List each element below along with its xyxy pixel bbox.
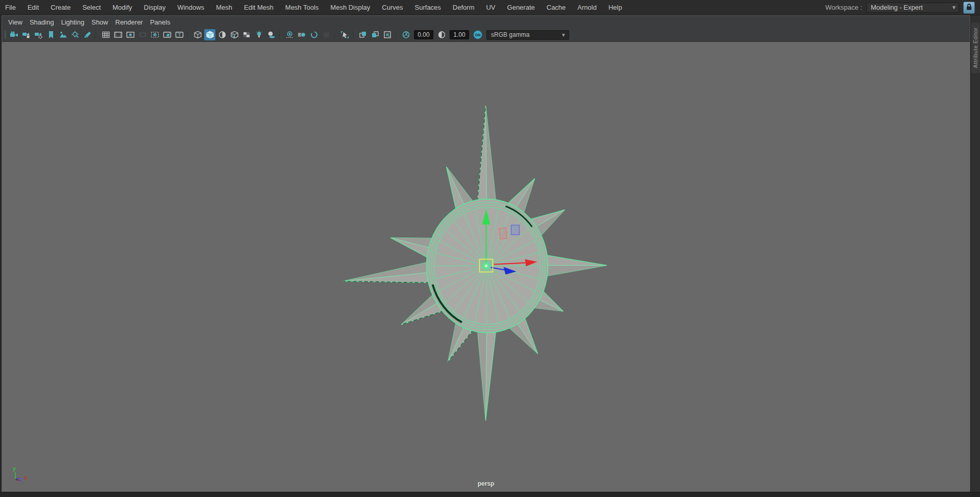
view-transform-toggle[interactable]: ON xyxy=(473,30,482,39)
toolbar-icon-groups: T xyxy=(8,29,394,40)
menu-surfaces[interactable]: Surfaces xyxy=(415,4,441,11)
toolbar-grip[interactable] xyxy=(5,30,6,39)
manip-center-glow xyxy=(482,262,491,271)
attribute-editor-tab[interactable]: Attribute Editor xyxy=(971,22,979,73)
tear-off-copy-icon[interactable] xyxy=(370,29,381,40)
menu-edit[interactable]: Edit xyxy=(28,4,39,11)
menu-deform[interactable]: Deform xyxy=(453,4,475,11)
menu-cache[interactable]: Cache xyxy=(547,4,566,11)
toolbar-separator xyxy=(353,30,354,39)
field-chart-icon[interactable] xyxy=(149,29,160,40)
film-gate-icon[interactable] xyxy=(112,29,124,40)
grease-pencil-icon[interactable] xyxy=(82,29,93,40)
panel-menu-view[interactable]: View xyxy=(8,18,22,26)
workspace-label: Workspace : xyxy=(825,4,862,11)
toolbar-separator xyxy=(335,30,336,39)
gamma-icon[interactable] xyxy=(436,29,447,40)
image-plane-icon[interactable] xyxy=(57,29,68,40)
menu-arnold[interactable]: Arnold xyxy=(577,4,597,11)
panel-menu-renderer[interactable]: Renderer xyxy=(115,18,143,26)
grid-icon[interactable] xyxy=(100,29,111,40)
main-area: ViewShadingLightingShowRendererPanels T … xyxy=(0,15,980,492)
chevron-down-icon: ▼ xyxy=(561,32,566,38)
menu-modify[interactable]: Modify xyxy=(113,4,132,11)
manip-plane-xz-handle[interactable] xyxy=(499,228,507,239)
wireframe-icon[interactable] xyxy=(192,29,203,40)
view-axis-gizmo: y z x xyxy=(13,465,28,482)
scene-svg: y z x xyxy=(2,42,970,491)
menu-file[interactable]: File xyxy=(5,4,16,11)
camera-name-label: persp xyxy=(478,480,495,487)
main-menus: FileEditCreateSelectModifyDisplayWindows… xyxy=(5,4,622,11)
panel-menu-show[interactable]: Show xyxy=(91,18,108,26)
lock-camera-icon[interactable] xyxy=(20,29,32,40)
bookmarks-icon[interactable] xyxy=(45,29,56,40)
camera-attributes-icon[interactable] xyxy=(33,29,44,40)
menu-display[interactable]: Display xyxy=(144,4,166,11)
resolution-gate-icon[interactable] xyxy=(125,29,136,40)
safe-title-icon[interactable]: T xyxy=(174,29,185,40)
bottom-strip xyxy=(0,492,980,497)
menu-edit-mesh[interactable]: Edit Mesh xyxy=(244,4,274,11)
toolbar-separator xyxy=(280,30,281,39)
menu-select[interactable]: Select xyxy=(82,4,101,11)
isolate-select-icon[interactable] xyxy=(339,29,350,40)
shade-selected-items-icon[interactable] xyxy=(216,29,228,40)
menu-create[interactable]: Create xyxy=(51,4,70,11)
toolbar-separator xyxy=(396,30,397,39)
workspace-value: Modeling - Expert xyxy=(871,4,951,11)
gate-mask-icon[interactable] xyxy=(137,29,148,40)
star-mesh[interactable] xyxy=(344,106,607,420)
view-transform-dropdown[interactable]: sRGB gamma ▼ xyxy=(486,30,569,40)
smooth-shade-all-icon[interactable] xyxy=(204,29,215,40)
textured-icon[interactable] xyxy=(229,29,240,40)
axis-z-label: z xyxy=(19,476,22,482)
menu-generate[interactable]: Generate xyxy=(507,4,535,11)
exposure-icon[interactable] xyxy=(400,29,411,40)
panel-menu-lighting[interactable]: Lighting xyxy=(61,18,85,26)
motion-blur-icon[interactable] xyxy=(296,29,307,40)
lighting-icon[interactable] xyxy=(253,29,264,40)
lock-icon xyxy=(965,3,973,12)
main-menu-bar: FileEditCreateSelectModifyDisplayWindows… xyxy=(0,0,980,15)
panel-menu-shading[interactable]: Shading xyxy=(30,18,54,26)
svg-text:T: T xyxy=(178,32,181,37)
toolbar-separator xyxy=(188,30,189,39)
select-camera-icon[interactable] xyxy=(8,29,19,40)
safe-action-icon[interactable] xyxy=(161,29,173,40)
viewport-panel: ViewShadingLightingShowRendererPanels T … xyxy=(2,15,970,492)
chevron-down-icon: ▼ xyxy=(951,5,957,10)
panel-toolbar: T 0.00 1.00 ON sRGB gamma ▼ xyxy=(2,28,970,42)
tear-off-icon[interactable] xyxy=(357,29,369,40)
menu-help[interactable]: Help xyxy=(608,4,622,11)
manip-plane-xy-handle[interactable] xyxy=(511,225,519,235)
anti-aliasing-icon[interactable] xyxy=(308,29,320,40)
menu-mesh[interactable]: Mesh xyxy=(216,4,232,11)
menu-curves[interactable]: Curves xyxy=(382,4,403,11)
right-dock-strip: Attribute Editor xyxy=(970,15,980,492)
axis-x-label: x xyxy=(24,475,28,481)
exposure-field[interactable]: 0.00 xyxy=(414,30,433,39)
gamma-field[interactable]: 1.00 xyxy=(450,30,469,39)
menu-windows[interactable]: Windows xyxy=(177,4,204,11)
menu-mesh-tools[interactable]: Mesh Tools xyxy=(285,4,319,11)
2d-pan-zoom-icon[interactable] xyxy=(69,29,81,40)
panel-menu-bar: ViewShadingLightingShowRendererPanels xyxy=(2,16,970,28)
panel-menu-panels[interactable]: Panels xyxy=(150,18,170,26)
menu-mesh-display[interactable]: Mesh Display xyxy=(330,4,370,11)
shadows-icon[interactable] xyxy=(265,29,277,40)
view-transform-value: sRGB gamma xyxy=(491,31,561,38)
workspace-switcher: Workspace : Modeling - Expert ▼ xyxy=(825,2,975,14)
panel-window-icon[interactable] xyxy=(382,29,393,40)
use-default-material-icon[interactable] xyxy=(241,29,252,40)
workspace-dropdown[interactable]: Modeling - Expert ▼ xyxy=(866,3,959,13)
axis-y-label: y xyxy=(13,465,16,471)
screen-space-ao-icon[interactable] xyxy=(284,29,295,40)
workspace-lock-button[interactable] xyxy=(963,2,975,14)
menu-uv[interactable]: UV xyxy=(486,4,495,11)
toolbar-separator xyxy=(96,30,97,39)
perspective-viewport[interactable]: y z x persp xyxy=(2,42,970,491)
multisampling-icon[interactable] xyxy=(321,29,332,40)
